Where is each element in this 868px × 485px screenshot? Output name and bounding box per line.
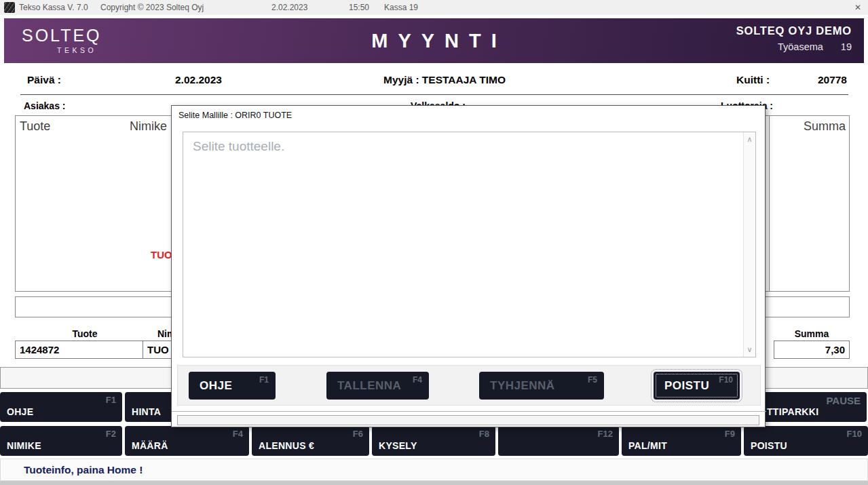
- titlebar-register: Kassa 19: [384, 3, 418, 12]
- fkey-nimike[interactable]: NIMIKE F2: [0, 426, 122, 456]
- fkey-nimike-label: NIMIKE: [7, 440, 41, 451]
- fkey-alennus-label: ALENNUS €: [259, 440, 314, 451]
- fkey-maara-label: MÄÄRÄ: [132, 440, 168, 451]
- fkey-kysely[interactable]: KYSELY F8: [372, 426, 495, 456]
- dialog-tallenna-hint: F4: [413, 375, 422, 385]
- fkey-kuittiparkki-hint: PAUSE: [826, 395, 861, 406]
- fkey-kysely-label: KYSELY: [379, 440, 417, 451]
- dialog-tyhjenna-button[interactable]: TYHJENNÄ F5: [479, 372, 604, 400]
- workstation-value: 19: [841, 41, 852, 52]
- fkey-poistu-hint: F10: [847, 429, 862, 439]
- column-header-nimike: Nimike: [130, 119, 167, 134]
- window-title: Tekso Kassa V. 7.0: [19, 3, 88, 12]
- dialog-tyhjenna-label: TYHJENNÄ: [490, 372, 555, 400]
- date-value: 2.02.2023: [175, 74, 222, 86]
- os-titlebar: Tekso Kassa V. 7.0 Copyright © 2023 Solt…: [0, 0, 868, 15]
- column-header-tuote: Tuote: [20, 119, 50, 134]
- dialog-ohje-hint: F1: [259, 375, 269, 385]
- dialog-separator: [172, 411, 766, 412]
- status-message: Tuoteinfo, paina Home !: [24, 464, 143, 476]
- fkey-palmit[interactable]: PAL/MIT F9: [622, 426, 741, 456]
- close-icon[interactable]: ✕: [854, 3, 861, 12]
- fkey-palmit-label: PAL/MIT: [628, 440, 667, 451]
- page-title: MYYNTI: [4, 30, 864, 52]
- scroll-up-icon[interactable]: ∧: [744, 135, 755, 144]
- tuote-input[interactable]: [15, 341, 155, 359]
- fkey-maara-hint: F4: [233, 429, 243, 439]
- titlebar-date: 2.02.2023: [271, 3, 307, 12]
- scroll-down-icon[interactable]: ∨: [744, 345, 755, 354]
- dialog-title: Selite Mallille : ORIR0 TUOTE: [178, 111, 292, 120]
- seller-info: Myyjä : TESTAAJA TIMO: [383, 74, 506, 86]
- tuote-field-label: Tuote: [15, 328, 155, 339]
- divider: [20, 94, 848, 95]
- fkey-f12[interactable]: F12: [498, 426, 619, 456]
- header-band: SOLTEQ TEKSO MYYNTI SOLTEQ OYJ DEMO Työa…: [4, 18, 864, 63]
- selite-dialog: Selite Mallille : ORIR0 TUOTE ∧ ∨ OHJE F…: [171, 105, 766, 427]
- dialog-ohje-button[interactable]: OHJE F1: [189, 372, 276, 400]
- fkey-ohje-label: OHJE: [7, 406, 33, 417]
- fkey-palmit-hint: F9: [725, 429, 735, 439]
- dialog-poistu-hint: F10: [719, 375, 733, 385]
- dialog-bottom-strip: [177, 415, 759, 425]
- company-name: SOLTEQ OYJ DEMO: [736, 24, 852, 37]
- fkey-ohje[interactable]: OHJE F1: [0, 392, 122, 422]
- dialog-poistu-label: POISTU: [664, 372, 709, 400]
- fkey-kuittiparkki-label: TTIPARKKI: [767, 406, 818, 417]
- fkey-nimike-hint: F2: [106, 429, 116, 439]
- textarea-scrollbar[interactable]: ∧ ∨: [743, 132, 755, 357]
- selite-textarea-frame: ∧ ∨: [183, 132, 756, 357]
- date-label: Päivä :: [27, 74, 61, 86]
- fkey-hinta-label: HINTA: [132, 406, 161, 417]
- status-bar: Tuoteinfo, paina Home !: [0, 459, 868, 481]
- summa-input[interactable]: [774, 341, 850, 359]
- product-alert-message: TUO: [151, 249, 172, 260]
- receipt-value: 20778: [787, 74, 847, 86]
- fkey-maara[interactable]: MÄÄRÄ F4: [125, 426, 249, 456]
- workstation-label: Työasema: [778, 41, 823, 52]
- pos-window: Tekso Kassa V. 7.0 Copyright © 2023 Solt…: [0, 0, 868, 485]
- fkey-poistu[interactable]: POISTU F10: [744, 426, 868, 456]
- fkey-alennus[interactable]: ALENNUS € F6: [252, 426, 369, 456]
- fkey-alennus-hint: F6: [353, 429, 363, 439]
- selite-textarea[interactable]: [183, 132, 743, 357]
- app-icon: [4, 2, 15, 13]
- dialog-tallenna-label: TALLENNA: [337, 372, 401, 400]
- bottom-band: [0, 481, 868, 485]
- dialog-tyhjenna-hint: F5: [588, 375, 597, 385]
- fkey-poistu-label: POISTU: [751, 440, 787, 451]
- copyright-text: Copyright © 2023 Solteq Oyj: [100, 3, 204, 12]
- receipt-label: Kuitti :: [736, 74, 770, 86]
- grid-column-divider: [769, 115, 770, 292]
- customer-label: Asiakas :: [24, 100, 65, 111]
- fkey-ohje-hint: F1: [106, 395, 116, 405]
- fkey-kysely-hint: F8: [479, 429, 489, 439]
- dialog-poistu-button[interactable]: POISTU F10: [654, 372, 740, 400]
- column-header-summa: Summa: [774, 119, 846, 134]
- fkey-f12-hint: F12: [598, 429, 613, 439]
- titlebar-time: 15:50: [349, 3, 369, 12]
- dialog-tallenna-button[interactable]: TALLENNA F4: [326, 372, 429, 400]
- workstation-info: Työasema19: [778, 41, 852, 52]
- summa-field-label: Summa: [774, 328, 850, 339]
- dialog-ohje-label: OHJE: [200, 372, 232, 400]
